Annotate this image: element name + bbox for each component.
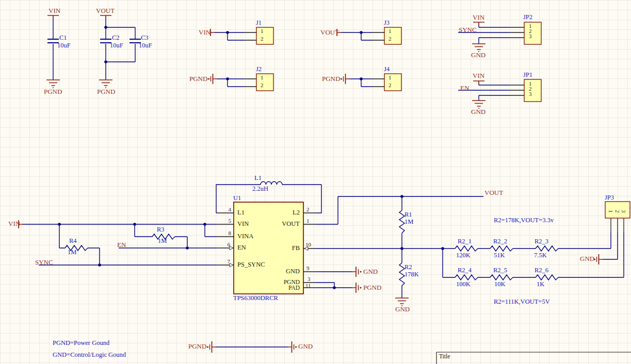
pin-number: 2 <box>261 36 264 42</box>
note-gnd[interactable]: GND=Control/Logic Gound <box>53 352 126 358</box>
resistor-r2_6[interactable] <box>536 275 558 280</box>
designator-r2[interactable]: R2 <box>405 264 412 271</box>
power-port-vin-jp1[interactable]: VIN <box>473 72 484 79</box>
capacitor-c1[interactable] <box>46 15 60 88</box>
power-port-vin-c1[interactable]: VIN <box>48 7 60 14</box>
ic-u1[interactable] <box>216 202 316 294</box>
designator-r2_4[interactable]: R2_4 <box>458 267 472 274</box>
pin-number: 1 <box>389 28 392 35</box>
value-r3[interactable]: 1M <box>158 238 167 244</box>
connector-j1[interactable] <box>211 27 273 44</box>
value-r2_2[interactable]: 51K <box>494 252 505 259</box>
value-r2_4[interactable]: 100K <box>456 281 471 288</box>
designator-r3[interactable]: R3 <box>157 226 165 233</box>
power-port-pgnd-j2[interactable]: PGND <box>189 75 207 82</box>
gnd-port-u1[interactable] <box>316 267 362 277</box>
annotation-fb-3v3[interactable]: R2=178K,VOUT=3.3v <box>494 217 554 224</box>
pin-name: EN <box>237 244 246 251</box>
designator-c2[interactable]: C2 <box>112 35 120 41</box>
value-r2[interactable]: 178K <box>405 271 419 278</box>
pgnd-port-u1[interactable] <box>316 283 362 293</box>
resistor-r2_1[interactable] <box>455 246 478 251</box>
designator-r1[interactable]: R1 <box>405 211 412 218</box>
net-label-sync-main[interactable]: SYNC <box>35 259 53 266</box>
vout-fb-wiring <box>316 195 483 306</box>
designator-j2[interactable]: J2 <box>256 66 262 73</box>
designator-jp1[interactable]: JP1 <box>523 72 532 78</box>
designator-r2_6[interactable]: R2_6 <box>535 267 548 274</box>
value-r4[interactable]: 1M <box>68 249 76 256</box>
pin-number: 1 <box>607 210 613 213</box>
pin-name: GND <box>269 268 300 275</box>
resistor-r2_2[interactable] <box>490 246 513 251</box>
value-r2_3[interactable]: 7.5K <box>534 252 547 259</box>
power-port-pgnd-c2[interactable]: PGND <box>97 88 115 95</box>
power-port-gnd-r2[interactable]: GND <box>395 306 410 313</box>
pin-number: 7 <box>217 259 230 265</box>
designator-jp3[interactable]: JP3 <box>605 194 614 201</box>
value-r2_1[interactable]: 120K <box>456 252 471 259</box>
connector-j3[interactable] <box>337 27 401 44</box>
power-port-gnd-jp2[interactable]: GND <box>471 52 486 59</box>
designator-l1[interactable]: L1 <box>254 175 262 181</box>
connector-j2[interactable] <box>208 74 273 91</box>
designator-r2_3[interactable]: R2_3 <box>535 238 548 245</box>
value-c2[interactable]: 10uF <box>110 42 123 49</box>
value-r2_5[interactable]: 10K <box>494 281 506 288</box>
resistor-r2_5[interactable] <box>490 275 513 280</box>
power-port-pgnd-j4[interactable]: PGND <box>322 75 340 82</box>
power-port-gnd-tie[interactable]: GND <box>298 343 313 350</box>
power-port-vin-jp2[interactable]: VIN <box>473 14 484 21</box>
power-port-pgnd-u1[interactable]: PGND <box>363 284 381 291</box>
power-port-vin-main[interactable]: VIN <box>8 220 20 227</box>
designator-u1[interactable]: U1 <box>233 195 241 202</box>
pgnd-gnd-tie[interactable] <box>207 341 297 353</box>
designator-r2_2[interactable]: R2_2 <box>493 238 507 245</box>
value-r1[interactable]: 1M <box>405 219 413 225</box>
designator-c1[interactable]: C1 <box>59 35 67 41</box>
power-port-vout-j3[interactable]: VOUT <box>320 29 339 36</box>
resistor-r1[interactable] <box>399 210 405 233</box>
pin-number: 2 <box>306 207 310 213</box>
net-label-vout-main[interactable]: VOUT <box>484 189 503 196</box>
value-c3[interactable]: 10uF <box>139 42 152 49</box>
value-c1[interactable]: 10uF <box>57 42 71 49</box>
value-r2_6[interactable]: 1K <box>537 281 544 288</box>
designator-r2_5[interactable]: R2_5 <box>493 267 507 274</box>
pin-number: 3 <box>529 91 532 97</box>
power-port-vin-j1[interactable]: VIN <box>199 29 211 36</box>
designator-c3[interactable]: C3 <box>141 35 149 41</box>
resistor-r2[interactable] <box>399 263 405 286</box>
designator-j1[interactable]: J1 <box>256 20 262 26</box>
designator-j3[interactable]: J3 <box>384 20 390 26</box>
value-l1[interactable]: 2.2uH <box>252 186 268 192</box>
net-label-en-jp1[interactable]: EN <box>460 85 469 92</box>
designator-jp2[interactable]: JP2 <box>523 14 532 21</box>
pin-number: 2 <box>389 36 392 42</box>
header-jp3[interactable] <box>605 202 630 232</box>
power-port-pgnd-tie[interactable]: PGND <box>188 343 206 350</box>
capacitor-c2-c3[interactable] <box>99 15 141 88</box>
power-port-gnd-jp1[interactable]: GND <box>471 108 486 115</box>
net-label-sync-jp2[interactable]: SYNC <box>459 26 477 34</box>
note-pgnd[interactable]: PGND=Power Gound <box>53 340 109 346</box>
pin-number: 3 <box>620 210 626 213</box>
power-port-vout-c2[interactable]: VOUT <box>96 7 115 14</box>
gnd-port-jp3[interactable] <box>594 254 603 264</box>
annotation-fb-5v[interactable]: R2=111K,VOUT=5V <box>494 299 550 305</box>
pin-number: 8 <box>218 230 231 237</box>
title-block <box>436 352 631 364</box>
pin-number: 1 <box>261 75 264 81</box>
designator-j4[interactable]: J4 <box>384 66 390 73</box>
pin-name: L1 <box>237 209 245 216</box>
net-label-en-main[interactable]: EN <box>117 241 126 249</box>
power-port-gnd-u1[interactable]: GND <box>363 268 378 275</box>
designator-r2_1[interactable]: R2_1 <box>458 238 472 245</box>
power-port-gnd-jp3[interactable]: GND <box>580 255 594 262</box>
designator-r4[interactable]: R4 <box>69 238 77 244</box>
connector-j4[interactable] <box>341 74 401 91</box>
part-number-u1[interactable]: TPS63000DRCR <box>233 295 278 302</box>
power-port-pgnd-c1[interactable]: PGND <box>44 88 62 95</box>
resistor-r2_4[interactable] <box>455 275 478 280</box>
resistor-r2_3[interactable] <box>536 246 558 251</box>
